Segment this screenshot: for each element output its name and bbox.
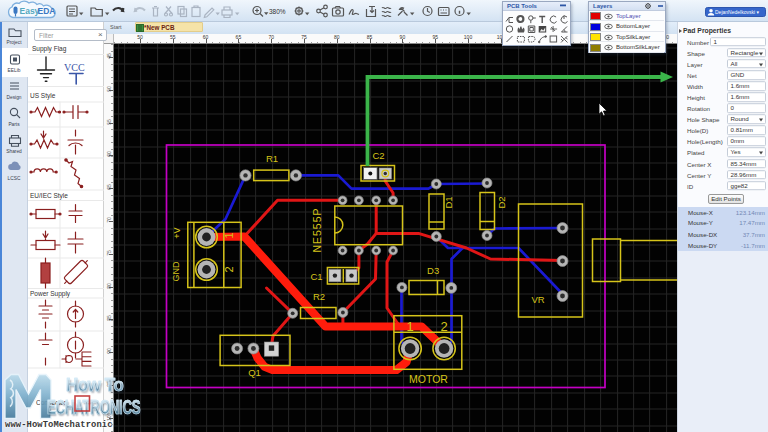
svg-text:+V: +V (171, 227, 181, 238)
svg-text:GND: GND (170, 261, 180, 282)
svg-text:D2: D2 (495, 196, 506, 208)
svg-text:1: 1 (222, 232, 234, 238)
svg-text:C2: C2 (372, 150, 384, 161)
svg-text:Power Supply: Power Supply (30, 290, 71, 298)
svg-text:VCC: VCC (64, 62, 85, 73)
svg-text:EU/IEC Style: EU/IEC Style (30, 192, 68, 200)
svg-text:1: 1 (406, 319, 413, 334)
svg-text:R2: R2 (312, 291, 324, 302)
svg-text:R1: R1 (265, 153, 277, 164)
svg-text:NE555P: NE555P (311, 207, 323, 252)
svg-text:US Style: US Style (30, 92, 56, 100)
svg-text:MOTOR: MOTOR (409, 373, 448, 385)
svg-text:Supply Flag: Supply Flag (32, 45, 67, 53)
svg-text:EDA: EDA (38, 6, 56, 16)
svg-text:C1: C1 (310, 271, 322, 282)
svg-text:VR: VR (531, 294, 544, 305)
svg-text:D1: D1 (442, 196, 453, 208)
svg-text:Q1: Q1 (248, 367, 261, 378)
svg-text:2: 2 (222, 266, 234, 272)
svg-text:380%: 380% (269, 8, 286, 15)
svg-text:D3: D3 (427, 265, 439, 276)
svg-text:2: 2 (440, 319, 447, 334)
